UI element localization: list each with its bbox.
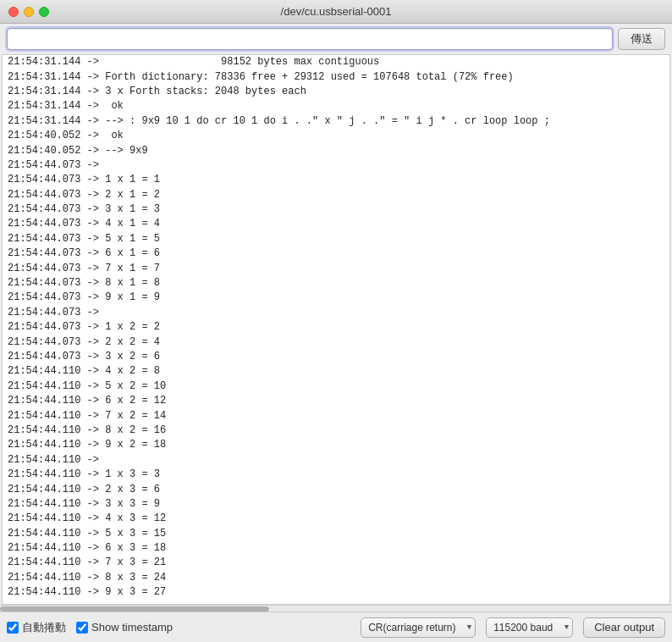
clear-output-button[interactable]: Clear output xyxy=(583,617,665,638)
output-area[interactable]: 21:54:31.110 -> ESP32forth v7.0.6.18 - r… xyxy=(2,54,670,605)
output-line: 21:54:44.110 -> 8 x 3 = 24 xyxy=(8,571,664,585)
scrollbar-thumb xyxy=(0,606,269,612)
auto-scroll-text: 自動捲動 xyxy=(22,620,66,635)
input-bar: 傳送 xyxy=(0,24,672,54)
output-line: 21:54:40.052 -> ok xyxy=(8,129,664,143)
auto-scroll-checkbox[interactable] xyxy=(7,622,19,634)
output-line: 21:54:44.073 -> 3 x 1 = 3 xyxy=(8,202,664,217)
output-line: 21:54:40.052 -> --> 9x9 xyxy=(8,144,664,158)
output-line: 21:54:31.144 -> --> : 9x9 10 1 do cr 10 … xyxy=(8,114,664,129)
output-line: 21:54:44.073 -> 2 x 2 = 4 xyxy=(8,335,664,350)
scrollbar-indicator xyxy=(0,605,672,612)
show-timestamp-checkbox[interactable] xyxy=(76,622,88,634)
command-input[interactable] xyxy=(7,28,613,50)
output-line: 21:54:44.110 -> 1 x 3 = 3 xyxy=(8,468,664,482)
output-line: 21:54:44.110 -> 9 x 3 = 27 xyxy=(8,585,664,600)
output-line: 21:54:44.110 -> 9 x 2 = 18 xyxy=(8,438,664,452)
output-line: 21:54:44.110 -> 5 x 3 = 15 xyxy=(8,527,664,541)
output-line: 21:54:44.073 -> 3 x 2 = 6 xyxy=(8,350,664,364)
output-line: 21:54:44.073 -> 4 x 1 = 4 xyxy=(8,217,664,231)
close-button[interactable] xyxy=(8,7,19,17)
show-timestamp-label[interactable]: Show timestamp xyxy=(76,621,173,634)
output-line: 21:54:44.073 -> 9 x 1 = 9 xyxy=(8,291,664,305)
output-line: 21:54:31.144 -> ok xyxy=(8,99,664,113)
output-line: 21:54:44.110 -> 7 x 3 = 21 xyxy=(8,556,664,570)
send-button[interactable]: 傳送 xyxy=(618,28,665,50)
output-line: 21:54:44.110 -> 5 x 2 = 10 xyxy=(8,379,664,394)
output-line: 21:54:44.110 -> 4 x 3 = 12 xyxy=(8,512,664,526)
maximize-button[interactable] xyxy=(39,7,49,17)
output-line: 21:54:44.073 -> 5 x 1 = 5 xyxy=(8,232,664,246)
output-line: 21:54:44.073 -> 2 x 1 = 2 xyxy=(8,188,664,202)
output-line: 21:54:44.110 -> 6 x 3 = 18 xyxy=(8,541,664,556)
window-title: /dev/cu.usbserial-0001 xyxy=(281,5,392,18)
baud-rate-select[interactable]: 960019200384005760074880115200 baud23040… xyxy=(486,617,573,638)
output-line: 21:54:44.110 -> 7 x 2 = 14 xyxy=(8,409,664,423)
baud-rate-wrap: 960019200384005760074880115200 baud23040… xyxy=(486,617,573,638)
output-line: 21:54:44.073 -> xyxy=(8,158,664,173)
output-line: 21:54:44.110 -> 4 x 2 = 8 xyxy=(8,364,664,379)
output-line: 21:54:44.073 -> xyxy=(8,306,664,320)
output-line: 21:54:44.110 -> 2 x 3 = 6 xyxy=(8,483,664,497)
traffic-lights xyxy=(8,7,49,17)
output-line: 21:54:44.073 -> 6 x 1 = 6 xyxy=(8,246,664,261)
output-line: 21:54:44.110 -> 3 x 3 = 9 xyxy=(8,497,664,512)
output-line: 21:54:44.110 -> 6 x 2 = 12 xyxy=(8,394,664,408)
output-line: 21:54:31.144 -> 3 x Forth stacks: 2048 b… xyxy=(8,85,664,99)
output-line: 21:54:44.073 -> 7 x 1 = 7 xyxy=(8,262,664,276)
title-bar: /dev/cu.usbserial-0001 xyxy=(0,0,672,24)
output-line: 21:54:31.144 -> Forth dictionary: 78336 … xyxy=(8,70,664,85)
output-line: 21:54:44.110 -> xyxy=(8,453,664,468)
output-line: 21:54:31.144 -> 98152 bytes max contiguo… xyxy=(8,55,664,69)
output-line: 21:54:44.073 -> 8 x 1 = 8 xyxy=(8,276,664,291)
line-ending-select[interactable]: No line endingNewlineCarriage returnCR(c… xyxy=(361,617,476,638)
output-line: 21:54:44.110 -> 8 x 2 = 16 xyxy=(8,423,664,438)
output-line: 21:54:44.073 -> 1 x 1 = 1 xyxy=(8,173,664,187)
show-timestamp-text: Show timestamp xyxy=(91,621,173,634)
minimize-button[interactable] xyxy=(24,7,34,17)
line-ending-wrap: No line endingNewlineCarriage returnCR(c… xyxy=(361,617,476,638)
bottom-bar: 自動捲動 Show timestamp No line endingNewlin… xyxy=(0,612,672,642)
auto-scroll-label[interactable]: 自動捲動 xyxy=(7,620,66,635)
output-line: 21:54:44.073 -> 1 x 2 = 2 xyxy=(8,320,664,335)
